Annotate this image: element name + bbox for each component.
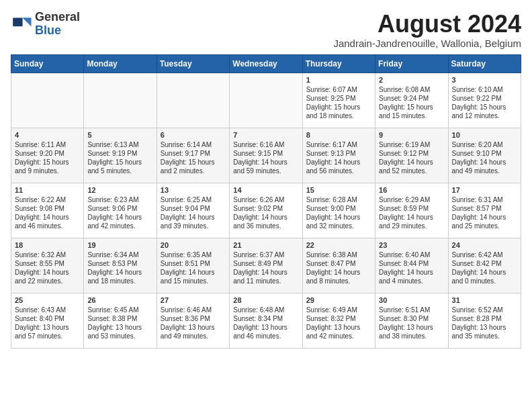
day-cell: 20Sunrise: 6:35 AMSunset: 8:51 PMDayligh…: [157, 238, 229, 293]
day-number: 20: [161, 241, 226, 249]
day-info: Sunset: 9:12 PM: [379, 149, 444, 158]
day-cell: 14Sunrise: 6:26 AMSunset: 9:02 PMDayligh…: [230, 183, 302, 238]
day-info: Sunset: 8:30 PM: [379, 314, 444, 323]
day-number: 23: [379, 241, 444, 249]
day-info: Sunset: 9:19 PM: [87, 149, 152, 158]
day-info: Sunrise: 6:20 AM: [452, 140, 517, 149]
day-number: 1: [306, 76, 371, 84]
day-cell: [84, 73, 157, 128]
day-cell: 15Sunrise: 6:28 AMSunset: 9:00 PMDayligh…: [302, 183, 375, 238]
day-info: Daylight: 14 hours and 25 minutes.: [452, 213, 517, 230]
day-info: Daylight: 13 hours and 49 minutes.: [161, 323, 226, 340]
day-number: 26: [87, 296, 152, 304]
day-number: 9: [379, 131, 444, 139]
day-cell: 4Sunrise: 6:11 AMSunset: 9:20 PMDaylight…: [11, 128, 84, 183]
day-info: Daylight: 14 hours and 42 minutes.: [87, 213, 152, 230]
day-cell: 8Sunrise: 6:17 AMSunset: 9:13 PMDaylight…: [302, 128, 375, 183]
week-row-3: 11Sunrise: 6:22 AMSunset: 9:08 PMDayligh…: [11, 183, 521, 238]
day-info: Sunset: 8:36 PM: [161, 314, 226, 323]
day-info: Daylight: 14 hours and 46 minutes.: [15, 213, 80, 230]
day-info: Sunset: 8:51 PM: [161, 259, 226, 268]
svg-rect-2: [13, 17, 22, 26]
week-row-4: 18Sunrise: 6:32 AMSunset: 8:55 PMDayligh…: [11, 238, 521, 293]
day-cell: 28Sunrise: 6:48 AMSunset: 8:34 PMDayligh…: [230, 293, 302, 348]
weekday-header-row: SundayMondayTuesdayWednesdayThursdayFrid…: [11, 54, 521, 73]
page-header: General Blue August 2024 Jandrain-Jandre…: [11, 11, 521, 49]
day-info: Sunrise: 6:22 AM: [15, 195, 80, 204]
day-info: Sunrise: 6:07 AM: [306, 85, 371, 94]
day-info: Daylight: 13 hours and 42 minutes.: [306, 323, 371, 340]
day-info: Sunrise: 6:49 AM: [306, 306, 371, 314]
day-cell: 1Sunrise: 6:07 AMSunset: 9:25 PMDaylight…: [302, 73, 375, 128]
day-info: Sunset: 8:53 PM: [87, 259, 152, 268]
day-cell: 25Sunrise: 6:43 AMSunset: 8:40 PMDayligh…: [11, 293, 84, 348]
day-cell: 26Sunrise: 6:45 AMSunset: 8:38 PMDayligh…: [84, 293, 157, 348]
day-info: Daylight: 14 hours and 56 minutes.: [306, 158, 371, 175]
day-info: Sunset: 9:22 PM: [452, 94, 517, 103]
day-info: Sunset: 8:28 PM: [452, 314, 517, 323]
day-info: Daylight: 15 hours and 5 minutes.: [87, 158, 152, 175]
day-info: Daylight: 15 hours and 2 minutes.: [161, 158, 226, 175]
day-info: Sunrise: 6:19 AM: [379, 140, 444, 149]
day-info: Sunrise: 6:45 AM: [87, 306, 152, 314]
day-info: Daylight: 13 hours and 57 minutes.: [15, 323, 80, 340]
day-number: 25: [15, 296, 80, 304]
day-info: Daylight: 14 hours and 0 minutes.: [452, 268, 517, 285]
day-number: 18: [15, 241, 80, 249]
day-cell: 29Sunrise: 6:49 AMSunset: 8:32 PMDayligh…: [302, 293, 375, 348]
day-cell: 30Sunrise: 6:51 AMSunset: 8:30 PMDayligh…: [375, 293, 448, 348]
day-number: 13: [161, 186, 226, 194]
day-info: Sunrise: 6:37 AM: [233, 250, 298, 259]
day-info: Sunset: 8:47 PM: [306, 259, 371, 268]
day-info: Daylight: 13 hours and 46 minutes.: [233, 323, 298, 340]
day-cell: 19Sunrise: 6:34 AMSunset: 8:53 PMDayligh…: [84, 238, 157, 293]
calendar-title: August 2024: [333, 11, 521, 38]
weekday-friday: Friday: [375, 54, 448, 73]
day-number: 28: [233, 296, 298, 304]
day-info: Daylight: 14 hours and 52 minutes.: [379, 158, 444, 175]
day-info: Sunrise: 6:28 AM: [306, 195, 371, 204]
day-number: 5: [87, 131, 152, 139]
day-info: Sunset: 9:24 PM: [379, 94, 444, 103]
day-info: Sunset: 8:59 PM: [379, 204, 444, 213]
day-info: Daylight: 15 hours and 18 minutes.: [306, 103, 371, 120]
day-info: Sunrise: 6:34 AM: [87, 250, 152, 259]
week-row-2: 4Sunrise: 6:11 AMSunset: 9:20 PMDaylight…: [11, 128, 521, 183]
week-row-1: 1Sunrise: 6:07 AMSunset: 9:25 PMDaylight…: [11, 73, 521, 128]
calendar-body: 1Sunrise: 6:07 AMSunset: 9:25 PMDaylight…: [11, 73, 521, 348]
day-number: 17: [452, 186, 517, 194]
day-info: Sunset: 8:44 PM: [379, 259, 444, 268]
day-info: Sunset: 9:10 PM: [452, 149, 517, 158]
day-number: 3: [452, 76, 517, 84]
day-info: Sunset: 8:49 PM: [233, 259, 298, 268]
day-info: Sunrise: 6:29 AM: [379, 195, 444, 204]
day-number: 15: [306, 186, 371, 194]
day-info: Sunset: 9:08 PM: [15, 204, 80, 213]
day-number: 11: [15, 186, 80, 194]
day-number: 16: [379, 186, 444, 194]
day-cell: 2Sunrise: 6:08 AMSunset: 9:24 PMDaylight…: [375, 73, 448, 128]
day-info: Sunset: 9:15 PM: [233, 149, 298, 158]
day-info: Daylight: 13 hours and 38 minutes.: [379, 323, 444, 340]
calendar-header: SundayMondayTuesdayWednesdayThursdayFrid…: [11, 54, 521, 73]
day-info: Daylight: 13 hours and 53 minutes.: [87, 323, 152, 340]
day-cell: 10Sunrise: 6:20 AMSunset: 9:10 PMDayligh…: [448, 128, 521, 183]
day-info: Sunrise: 6:35 AM: [161, 250, 226, 259]
day-number: 6: [161, 131, 226, 139]
day-info: Sunrise: 6:40 AM: [379, 250, 444, 259]
day-info: Sunset: 9:20 PM: [15, 149, 80, 158]
day-info: Sunset: 8:34 PM: [233, 314, 298, 323]
day-number: 31: [452, 296, 517, 304]
day-info: Sunrise: 6:46 AM: [161, 306, 226, 314]
day-info: Sunrise: 6:42 AM: [452, 250, 517, 259]
logo: General Blue: [11, 11, 80, 38]
day-info: Daylight: 14 hours and 49 minutes.: [452, 158, 517, 175]
day-info: Daylight: 14 hours and 15 minutes.: [161, 268, 226, 285]
weekday-monday: Monday: [84, 54, 157, 73]
day-info: Daylight: 14 hours and 4 minutes.: [379, 268, 444, 285]
day-cell: 16Sunrise: 6:29 AMSunset: 8:59 PMDayligh…: [375, 183, 448, 238]
day-number: 22: [306, 241, 371, 249]
day-info: Sunrise: 6:43 AM: [15, 306, 80, 314]
week-row-5: 25Sunrise: 6:43 AMSunset: 8:40 PMDayligh…: [11, 293, 521, 348]
day-info: Sunrise: 6:52 AM: [452, 306, 517, 314]
